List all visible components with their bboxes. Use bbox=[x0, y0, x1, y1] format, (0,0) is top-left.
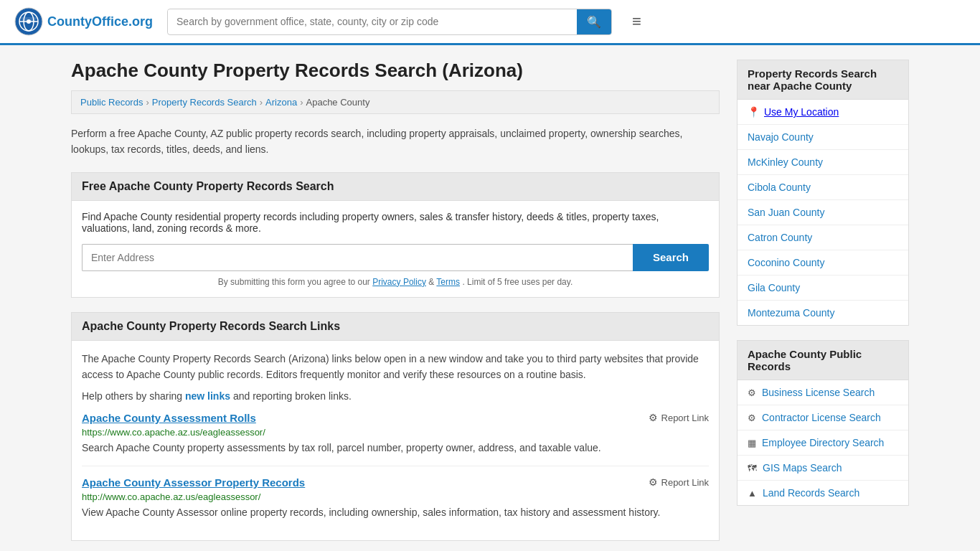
public-record-link[interactable]: Land Records Search bbox=[763, 487, 859, 499]
nearby-county-item[interactable]: Montezuma County bbox=[738, 301, 908, 325]
record-url: https://www.co.apache.az.us/eagleassesso… bbox=[82, 427, 709, 438]
header-search-button[interactable]: 🔍 bbox=[577, 9, 611, 34]
public-record-link[interactable]: Employee Directory Search bbox=[762, 437, 884, 448]
nearby-county-link[interactable]: Coconino County bbox=[748, 257, 824, 268]
links-section-body: The Apache County Property Records Searc… bbox=[72, 341, 719, 540]
nearby-county-link[interactable]: Navajo County bbox=[748, 131, 814, 143]
public-record-icon: ⚙ bbox=[748, 413, 756, 423]
public-record-link[interactable]: Contractor License Search bbox=[762, 412, 881, 423]
nearby-counties-list: Navajo CountyMcKinley CountyCibola Count… bbox=[738, 125, 908, 325]
nearby-county-item[interactable]: San Juan County bbox=[738, 200, 908, 225]
links-intro: The Apache County Property Records Searc… bbox=[82, 351, 709, 383]
links-section-heading: Apache County Property Records Search Li… bbox=[72, 313, 719, 341]
public-record-item[interactable]: ⚙ Business License Search bbox=[738, 380, 908, 405]
public-record-item[interactable]: ⚙ Contractor License Search bbox=[738, 405, 908, 430]
public-record-icon: ▲ bbox=[748, 488, 757, 499]
bc-sep-3: › bbox=[300, 97, 303, 108]
terms-link[interactable]: Terms bbox=[436, 277, 460, 287]
breadcrumb-arizona[interactable]: Arizona bbox=[265, 97, 297, 108]
free-search-section: Free Apache County Property Records Sear… bbox=[71, 172, 720, 298]
page-title: Apache County Property Records Search (A… bbox=[71, 60, 720, 82]
breadcrumb-property-records[interactable]: Property Records Search bbox=[152, 97, 257, 108]
record-item-title[interactable]: Apache County Assessment Rolls bbox=[82, 412, 256, 424]
nearby-county-link[interactable]: Cibola County bbox=[748, 182, 811, 193]
nearby-county-item[interactable]: Catron County bbox=[738, 225, 908, 250]
public-record-link[interactable]: Business License Search bbox=[762, 387, 875, 398]
bc-sep-1: › bbox=[146, 97, 149, 108]
nearby-county-item[interactable]: Cibola County bbox=[738, 175, 908, 200]
record-item-header: Apache County Assessor Property Records … bbox=[82, 476, 709, 489]
report-link-label: Report Link bbox=[661, 413, 709, 423]
public-records-list: ⚙ Business License Search ⚙ Contractor L… bbox=[738, 380, 908, 505]
nearby-county-link[interactable]: Montezuma County bbox=[748, 307, 834, 319]
bc-sep-2: › bbox=[260, 97, 263, 108]
use-my-location-link[interactable]: Use My Location bbox=[764, 106, 839, 118]
new-links-text: Help others by sharing new links and rep… bbox=[82, 390, 709, 402]
record-item-header: Apache County Assessment Rolls ⚙ Report … bbox=[82, 412, 709, 424]
nearby-county-item[interactable]: McKinley County bbox=[738, 150, 908, 175]
public-record-icon: 🗺 bbox=[748, 463, 757, 474]
address-input[interactable] bbox=[82, 244, 633, 271]
address-search-form: Search bbox=[82, 244, 709, 271]
breadcrumb-current: Apache County bbox=[306, 97, 370, 108]
content-area: Apache County Property Records Search (A… bbox=[71, 60, 720, 551]
nearby-county-link[interactable]: McKinley County bbox=[748, 156, 823, 168]
public-record-item[interactable]: 🗺 GIS Maps Search bbox=[738, 456, 908, 481]
nearby-section: Property Records Search near Apache Coun… bbox=[737, 60, 909, 326]
breadcrumb-public-records[interactable]: Public Records bbox=[80, 97, 143, 108]
header-search-input[interactable] bbox=[168, 10, 577, 33]
nearby-county-link[interactable]: Gila County bbox=[748, 282, 800, 293]
page-description: Perform a free Apache County, AZ public … bbox=[71, 126, 720, 158]
sidebar: Property Records Search near Apache Coun… bbox=[737, 60, 909, 551]
public-records-heading: Apache County Public Records bbox=[738, 341, 908, 380]
nearby-county-item[interactable]: Navajo County bbox=[738, 125, 908, 150]
public-record-icon: ⚙ bbox=[748, 387, 756, 398]
record-item-title[interactable]: Apache County Assessor Property Records bbox=[82, 476, 305, 489]
site-header: CountyOffice.org 🔍 ≡ bbox=[0, 0, 980, 45]
public-record-item[interactable]: ▦ Employee Directory Search bbox=[738, 430, 908, 456]
new-links-link[interactable]: new links bbox=[185, 390, 230, 402]
report-icon: ⚙ bbox=[649, 412, 658, 423]
logo-icon bbox=[14, 7, 43, 36]
record-item: Apache County Assessment Rolls ⚙ Report … bbox=[82, 402, 709, 466]
records-list: Apache County Assessment Rolls ⚙ Report … bbox=[82, 402, 709, 530]
breadcrumb: Public Records › Property Records Search… bbox=[71, 90, 720, 114]
public-record-link[interactable]: GIS Maps Search bbox=[763, 462, 842, 474]
links-section: Apache County Property Records Search Li… bbox=[71, 312, 720, 541]
record-url: http://www.co.apache.az.us/eagleassessor… bbox=[82, 491, 709, 502]
nearby-heading: Property Records Search near Apache Coun… bbox=[738, 60, 908, 100]
location-pin-icon: 📍 bbox=[748, 106, 760, 118]
free-search-body: Find Apache County residential property … bbox=[72, 201, 719, 297]
public-record-icon: ▦ bbox=[748, 438, 756, 448]
privacy-policy-link[interactable]: Privacy Policy bbox=[372, 277, 426, 287]
public-records-section: Apache County Public Records ⚙ Business … bbox=[737, 340, 909, 506]
hamburger-menu-button[interactable]: ≡ bbox=[626, 9, 647, 34]
record-item: Apache County Assessor Property Records … bbox=[82, 466, 709, 530]
report-icon: ⚙ bbox=[649, 476, 658, 488]
logo[interactable]: CountyOffice.org bbox=[14, 7, 153, 36]
nearby-county-item[interactable]: Gila County bbox=[738, 276, 908, 301]
main-layout: Apache County Property Records Search (A… bbox=[60, 45, 920, 551]
svg-point-5 bbox=[27, 19, 31, 24]
report-link-label: Report Link bbox=[661, 477, 709, 488]
record-description: View Apache County Assessor online prope… bbox=[82, 505, 709, 520]
header-search-bar: 🔍 bbox=[167, 9, 612, 35]
use-my-location-item[interactable]: 📍 Use My Location bbox=[738, 100, 908, 125]
report-link-button[interactable]: ⚙ Report Link bbox=[649, 476, 709, 488]
record-description: Search Apache County property assessment… bbox=[82, 441, 709, 456]
nearby-county-link[interactable]: Catron County bbox=[748, 232, 812, 243]
nearby-county-link[interactable]: San Juan County bbox=[748, 207, 824, 218]
form-disclaimer: By submitting this form you agree to our… bbox=[82, 277, 709, 287]
nearby-county-item[interactable]: Coconino County bbox=[738, 250, 908, 276]
search-submit-button[interactable]: Search bbox=[633, 244, 709, 271]
public-record-item[interactable]: ▲ Land Records Search bbox=[738, 481, 908, 505]
free-search-description: Find Apache County residential property … bbox=[82, 211, 709, 234]
logo-text: CountyOffice.org bbox=[47, 14, 153, 29]
report-link-button[interactable]: ⚙ Report Link bbox=[649, 412, 709, 423]
free-search-heading: Free Apache County Property Records Sear… bbox=[72, 173, 719, 201]
